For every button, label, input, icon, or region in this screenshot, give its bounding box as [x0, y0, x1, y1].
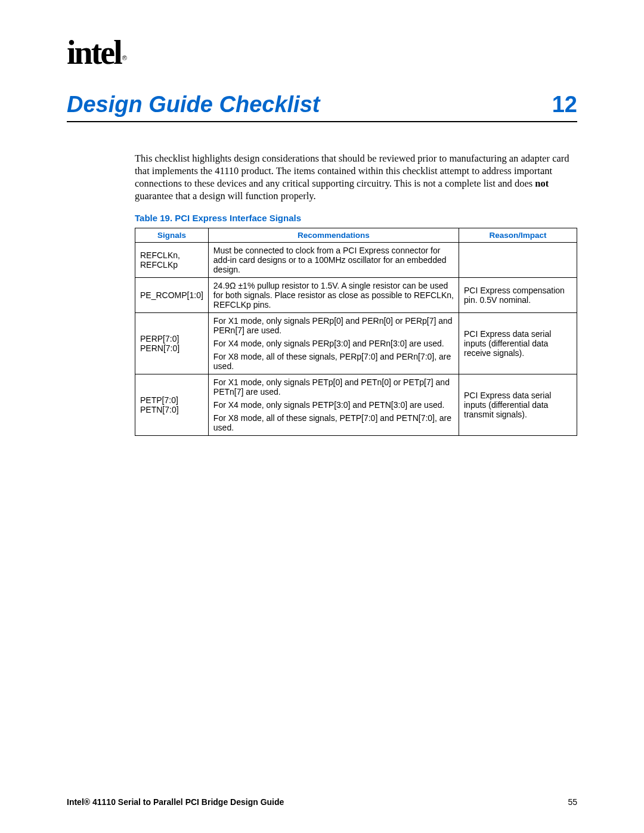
table-row: REFCLKn, REFCLKp Must be connected to cl…: [135, 243, 577, 278]
page-footer: Intel® 41110 Serial to Parallel PCI Brid…: [67, 797, 577, 807]
cell-recs: For X1 mode, only signals PETp[0] and PE…: [208, 374, 459, 436]
table-row: PERP[7:0] PERN[7:0] For X1 mode, only si…: [135, 313, 577, 374]
footer-title: Intel® 41110 Serial to Parallel PCI Brid…: [67, 797, 284, 807]
table-row: PE_RCOMP[1:0] 24.9Ω ±1% pullup resistor …: [135, 278, 577, 313]
logo-text: intel: [67, 34, 121, 71]
signals-table: Signals Recommendations Reason/Impact RE…: [135, 228, 577, 436]
cell-recs: 24.9Ω ±1% pullup resistor to 1.5V. A sin…: [208, 278, 459, 313]
cell-recs: For X1 mode, only signals PERp[0] and PE…: [208, 313, 459, 374]
cell-signals: PE_RCOMP[1:0]: [135, 278, 209, 313]
cell-recs: Must be connected to clock from a PCI Ex…: [208, 243, 459, 278]
cell-reason: [459, 243, 577, 278]
chapter-title: Design Guide Checklist: [67, 92, 320, 117]
cell-reason: PCI Express data serial inputs (differen…: [459, 374, 577, 436]
chapter-header: Design Guide Checklist 12: [67, 92, 577, 122]
cell-reason: PCI Express compensation pin. 0.5V nomin…: [459, 278, 577, 313]
cell-reason: PCI Express data serial inputs (differen…: [459, 313, 577, 374]
chapter-number: 12: [552, 92, 577, 117]
footer-page-number: 55: [568, 797, 577, 807]
cell-signals: REFCLKn, REFCLKp: [135, 243, 209, 278]
table-header-row: Signals Recommendations Reason/Impact: [135, 228, 577, 243]
cell-signals: PETP[7:0] PETN[7:0]: [135, 374, 209, 436]
intro-paragraph: This checklist highlights design conside…: [135, 152, 577, 202]
table-row: PETP[7:0] PETN[7:0] For X1 mode, only si…: [135, 374, 577, 436]
registered-mark: ®: [122, 54, 125, 61]
intel-logo: intel®: [67, 36, 124, 69]
cell-signals: PERP[7:0] PERN[7:0]: [135, 313, 209, 374]
header-reason: Reason/Impact: [459, 228, 577, 243]
table-caption: Table 19. PCI Express Interface Signals: [135, 213, 577, 223]
header-recommendations: Recommendations: [208, 228, 459, 243]
header-signals: Signals: [135, 228, 209, 243]
